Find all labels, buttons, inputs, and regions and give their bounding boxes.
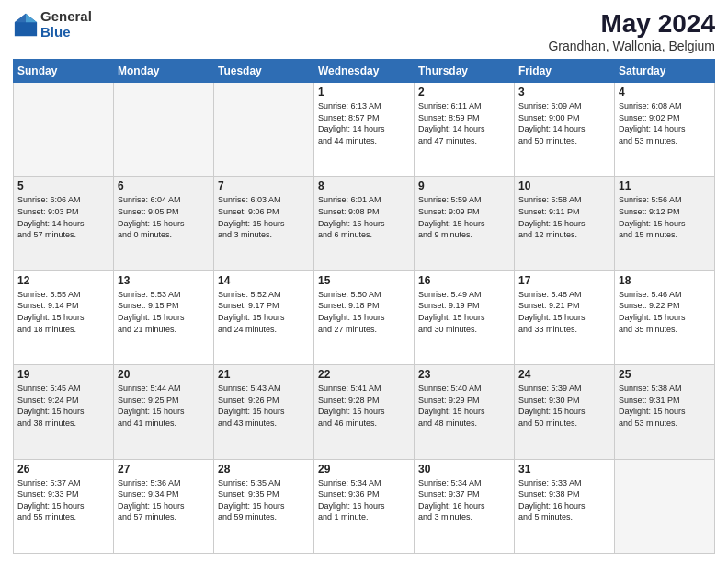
header-friday: Friday	[515, 60, 615, 83]
day-info: Sunrise: 5:59 AM Sunset: 9:09 PM Dayligh…	[418, 194, 510, 240]
day-info: Sunrise: 5:44 AM Sunset: 9:25 PM Dayligh…	[118, 383, 210, 429]
day-info: Sunrise: 6:08 AM Sunset: 9:02 PM Dayligh…	[619, 100, 711, 146]
day-number: 19	[17, 368, 109, 381]
day-number: 15	[318, 274, 410, 287]
day-number: 5	[17, 179, 109, 192]
table-row: 6Sunrise: 6:04 AM Sunset: 9:05 PM Daylig…	[114, 177, 214, 270]
day-info: Sunrise: 5:45 AM Sunset: 9:24 PM Dayligh…	[17, 383, 109, 429]
day-number: 24	[518, 368, 610, 381]
day-info: Sunrise: 5:46 AM Sunset: 9:22 PM Dayligh…	[619, 289, 711, 335]
day-number: 30	[418, 463, 510, 476]
calendar-week-5: 26Sunrise: 5:37 AM Sunset: 9:33 PM Dayli…	[14, 459, 715, 553]
table-row: 22Sunrise: 5:41 AM Sunset: 9:28 PM Dayli…	[314, 365, 415, 459]
day-number: 31	[518, 463, 610, 476]
table-row: 15Sunrise: 5:50 AM Sunset: 9:18 PM Dayli…	[314, 270, 415, 364]
table-row: 16Sunrise: 5:49 AM Sunset: 9:19 PM Dayli…	[415, 270, 515, 364]
logo-icon	[13, 12, 39, 38]
location: Grandhan, Wallonia, Belgium	[548, 39, 715, 53]
day-info: Sunrise: 5:33 AM Sunset: 9:38 PM Dayligh…	[518, 477, 610, 523]
day-number: 11	[619, 179, 711, 192]
logo-general-text: General	[40, 9, 92, 25]
day-info: Sunrise: 5:36 AM Sunset: 9:34 PM Dayligh…	[118, 477, 210, 523]
day-info: Sunrise: 6:01 AM Sunset: 9:08 PM Dayligh…	[318, 194, 410, 240]
month-title: May 2024	[548, 9, 715, 39]
header-tuesday: Tuesday	[214, 60, 314, 83]
page: General Blue May 2024 Grandhan, Wallonia…	[0, 0, 728, 563]
table-row: 24Sunrise: 5:39 AM Sunset: 9:30 PM Dayli…	[515, 365, 615, 459]
calendar-week-3: 12Sunrise: 5:55 AM Sunset: 9:14 PM Dayli…	[14, 270, 715, 364]
title-block: May 2024 Grandhan, Wallonia, Belgium	[548, 9, 715, 53]
table-row: 17Sunrise: 5:48 AM Sunset: 9:21 PM Dayli…	[515, 270, 615, 364]
day-info: Sunrise: 5:53 AM Sunset: 9:15 PM Dayligh…	[118, 289, 210, 335]
table-row: 19Sunrise: 5:45 AM Sunset: 9:24 PM Dayli…	[14, 365, 114, 459]
day-number: 22	[318, 368, 410, 381]
table-row: 14Sunrise: 5:52 AM Sunset: 9:17 PM Dayli…	[214, 270, 314, 364]
table-row: 10Sunrise: 5:58 AM Sunset: 9:11 PM Dayli…	[515, 177, 615, 270]
table-row: 5Sunrise: 6:06 AM Sunset: 9:03 PM Daylig…	[14, 177, 114, 270]
calendar-body: 1Sunrise: 6:13 AM Sunset: 8:57 PM Daylig…	[14, 83, 715, 554]
table-row: 8Sunrise: 6:01 AM Sunset: 9:08 PM Daylig…	[314, 177, 415, 270]
table-row: 12Sunrise: 5:55 AM Sunset: 9:14 PM Dayli…	[14, 270, 114, 364]
day-number: 18	[619, 274, 711, 287]
day-info: Sunrise: 5:55 AM Sunset: 9:14 PM Dayligh…	[17, 289, 109, 335]
day-info: Sunrise: 6:11 AM Sunset: 8:59 PM Dayligh…	[418, 100, 510, 146]
day-info: Sunrise: 6:09 AM Sunset: 9:00 PM Dayligh…	[518, 100, 610, 146]
day-number: 12	[17, 274, 109, 287]
table-row: 31Sunrise: 5:33 AM Sunset: 9:38 PM Dayli…	[515, 459, 615, 553]
day-number: 29	[318, 463, 410, 476]
table-row: 7Sunrise: 6:03 AM Sunset: 9:06 PM Daylig…	[214, 177, 314, 270]
table-row: 30Sunrise: 5:34 AM Sunset: 9:37 PM Dayli…	[415, 459, 515, 553]
calendar-week-1: 1Sunrise: 6:13 AM Sunset: 8:57 PM Daylig…	[14, 83, 715, 177]
day-number: 16	[418, 274, 510, 287]
day-number: 13	[118, 274, 210, 287]
day-info: Sunrise: 5:34 AM Sunset: 9:37 PM Dayligh…	[418, 477, 510, 523]
table-row: 20Sunrise: 5:44 AM Sunset: 9:25 PM Dayli…	[114, 365, 214, 459]
table-row: 25Sunrise: 5:38 AM Sunset: 9:31 PM Dayli…	[615, 365, 715, 459]
table-row	[114, 83, 214, 177]
day-number: 23	[418, 368, 510, 381]
day-info: Sunrise: 5:35 AM Sunset: 9:35 PM Dayligh…	[218, 477, 310, 523]
day-info: Sunrise: 5:48 AM Sunset: 9:21 PM Dayligh…	[518, 289, 610, 335]
day-number: 1	[318, 86, 410, 98]
day-number: 21	[218, 368, 310, 381]
day-number: 2	[418, 86, 510, 98]
day-number: 20	[118, 368, 210, 381]
table-row: 28Sunrise: 5:35 AM Sunset: 9:35 PM Dayli…	[214, 459, 314, 553]
day-info: Sunrise: 5:52 AM Sunset: 9:17 PM Dayligh…	[218, 289, 310, 335]
table-row	[615, 459, 715, 553]
day-number: 14	[218, 274, 310, 287]
calendar-week-4: 19Sunrise: 5:45 AM Sunset: 9:24 PM Dayli…	[14, 365, 715, 459]
day-info: Sunrise: 5:39 AM Sunset: 9:30 PM Dayligh…	[518, 383, 610, 429]
table-row: 21Sunrise: 5:43 AM Sunset: 9:26 PM Dayli…	[214, 365, 314, 459]
table-row: 4Sunrise: 6:08 AM Sunset: 9:02 PM Daylig…	[615, 83, 715, 177]
header-sunday: Sunday	[14, 60, 114, 83]
day-info: Sunrise: 5:37 AM Sunset: 9:33 PM Dayligh…	[17, 477, 109, 523]
header-saturday: Saturday	[615, 60, 715, 83]
day-number: 27	[118, 463, 210, 476]
day-number: 17	[518, 274, 610, 287]
day-number: 8	[318, 179, 410, 192]
table-row	[214, 83, 314, 177]
table-row: 1Sunrise: 6:13 AM Sunset: 8:57 PM Daylig…	[314, 83, 415, 177]
svg-marker-1	[26, 13, 37, 21]
logo-blue-text: Blue	[40, 25, 92, 40]
logo: General Blue	[13, 9, 92, 40]
day-info: Sunrise: 6:13 AM Sunset: 8:57 PM Dayligh…	[318, 100, 410, 146]
day-number: 9	[418, 179, 510, 192]
table-row: 26Sunrise: 5:37 AM Sunset: 9:33 PM Dayli…	[14, 459, 114, 553]
header-monday: Monday	[114, 60, 214, 83]
calendar-header: Sunday Monday Tuesday Wednesday Thursday…	[14, 60, 715, 83]
header-wednesday: Wednesday	[314, 60, 415, 83]
day-number: 28	[218, 463, 310, 476]
day-info: Sunrise: 5:50 AM Sunset: 9:18 PM Dayligh…	[318, 289, 410, 335]
table-row	[14, 83, 114, 177]
day-number: 3	[518, 86, 610, 98]
table-row: 18Sunrise: 5:46 AM Sunset: 9:22 PM Dayli…	[615, 270, 715, 364]
day-info: Sunrise: 6:06 AM Sunset: 9:03 PM Dayligh…	[17, 194, 109, 240]
day-info: Sunrise: 5:58 AM Sunset: 9:11 PM Dayligh…	[518, 194, 610, 240]
day-info: Sunrise: 5:34 AM Sunset: 9:36 PM Dayligh…	[318, 477, 410, 523]
day-info: Sunrise: 5:38 AM Sunset: 9:31 PM Dayligh…	[619, 383, 711, 429]
day-number: 25	[619, 368, 711, 381]
day-info: Sunrise: 6:04 AM Sunset: 9:05 PM Dayligh…	[118, 194, 210, 240]
logo-text: General Blue	[40, 9, 92, 40]
